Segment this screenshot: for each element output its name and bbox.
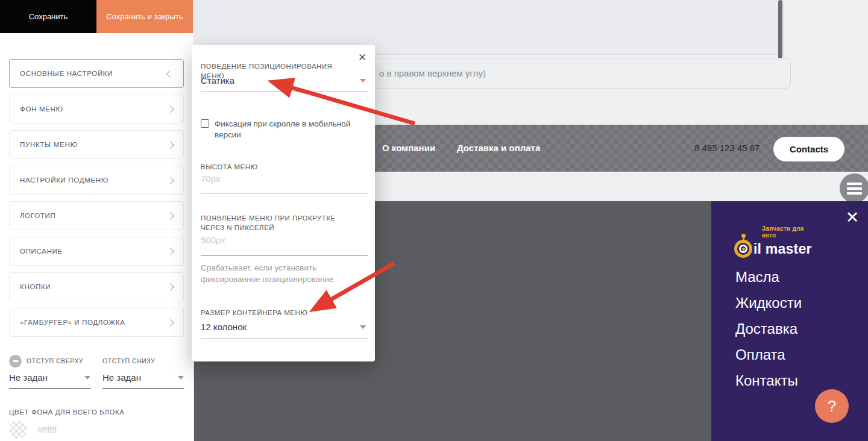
- mobile-menu-nav: Масла Жидкости Доставка Оплата Контакты: [735, 264, 802, 393]
- chevron-right-icon: [166, 105, 174, 113]
- menu-settings-popup: ✕ ПОВЕДЕНИЕ ПОЗИЦИОНИРОВАНИЯ МЕНЮ Статик…: [192, 45, 375, 361]
- offset-top-value: Не задан: [9, 372, 48, 383]
- menu-height-input[interactable]: [201, 174, 368, 184]
- sidebar-item-buttons[interactable]: КНОПКИ: [9, 272, 184, 301]
- sidebar-item-label: КНОПКИ: [20, 283, 51, 290]
- mobile-menu-item-contacts[interactable]: Контакты: [735, 367, 802, 393]
- block-bg-color-field: ЦВЕТ ФОНА ДЛЯ ВСЕГО БЛОКА: [9, 408, 184, 439]
- caret-down-icon: [360, 79, 366, 83]
- chevron-left-icon: [166, 70, 174, 78]
- scrollbar-thumb[interactable]: [778, 0, 782, 63]
- scroll-reveal-input[interactable]: [201, 235, 368, 245]
- settings-section-list: ОСНОВНЫЕ НАСТРОЙКИ ФОН МЕНЮ ПУНКТЫ МЕНЮ …: [9, 59, 184, 343]
- scroll-reveal-label: ПОЯВЛЕНИЕ МЕНЮ ПРИ ПРОКРУТКЕ ЧЕРЕЗ N ПИК…: [201, 213, 357, 233]
- offset-top-select[interactable]: Не задан: [9, 372, 90, 389]
- sidebar-item-label: ОСНОВНЫЕ НАСТРОЙКИ: [20, 70, 113, 77]
- preview-phone-number: 8 495 123 45 67: [694, 125, 760, 172]
- checkbox-box[interactable]: [201, 119, 209, 128]
- chevron-right-icon: [166, 141, 174, 149]
- underline: [201, 92, 368, 92]
- position-behavior-select[interactable]: Статика: [201, 75, 366, 86]
- sidebar-item-hamburger-underlay[interactable]: «ГАМБУРГЕР» И ПОДЛОЖКА: [9, 308, 184, 337]
- block-bg-color-label: ЦВЕТ ФОНА ДЛЯ ВСЕГО БЛОКА: [9, 408, 184, 416]
- sidebar-item-label: ФОН МЕНЮ: [20, 105, 63, 113]
- sidebar-item-label: ЛОГОТИП: [20, 212, 55, 219]
- chevron-right-icon: [166, 283, 174, 291]
- sidebar-item-main-settings[interactable]: ОСНОВНЫЕ НАСТРОЙКИ: [9, 59, 184, 88]
- sidebar-item-submenu-settings[interactable]: НАСТРОЙКИ ПОДМЕНЮ: [9, 166, 184, 195]
- logo-text: il master: [753, 241, 812, 257]
- underline: [201, 255, 368, 256]
- mobile-menu-close-icon[interactable]: ✕: [843, 208, 861, 227]
- mobile-menu-item-fluids[interactable]: Жидкости: [735, 290, 802, 316]
- help-button[interactable]: ?: [815, 389, 849, 423]
- bg-color-input[interactable]: [36, 424, 111, 436]
- logo: Запчасти для авто il master: [734, 225, 819, 258]
- preview-note-text: о в правом верхнем углу): [379, 58, 486, 88]
- save-and-close-button[interactable]: Сохранить и закрыть: [96, 0, 193, 33]
- oil-drop-icon: [734, 240, 752, 258]
- preview-menu-link-delivery[interactable]: Доставка и оплата: [457, 125, 540, 172]
- preview-menu-link-about[interactable]: О компании: [382, 125, 435, 172]
- popup-close-icon[interactable]: ✕: [356, 51, 369, 64]
- container-size-value: 12 колонок: [201, 322, 247, 332]
- mobile-menu-item-payment[interactable]: Оплата: [735, 342, 802, 367]
- sidebar-item-menu-points[interactable]: ПУНКТЫ МЕНЮ: [9, 130, 184, 159]
- underline: [201, 193, 368, 193]
- chevron-right-icon: [166, 177, 174, 184]
- transparent-color-swatch[interactable]: [9, 421, 27, 439]
- caret-down-icon: [360, 325, 366, 329]
- sidebar-item-label: ОПИСАНИЕ: [20, 248, 63, 255]
- chevron-right-icon: [166, 212, 174, 220]
- scroll-reveal-hint: Срабатывает, если установить фиксированн…: [201, 262, 363, 285]
- sidebar-item-label: НАСТРОЙКИ ПОДМЕНЮ: [20, 177, 108, 184]
- offset-bottom-value: Не задан: [102, 372, 141, 383]
- caret-down-icon: [84, 376, 90, 380]
- sidebar-item-menu-background[interactable]: ФОН МЕНЮ: [9, 95, 184, 124]
- chevron-right-icon: [166, 319, 174, 327]
- offset-bottom-select[interactable]: Не задан: [102, 372, 184, 389]
- link-offsets-icon[interactable]: [9, 355, 22, 367]
- menu-height-label: ВЫСОТА МЕНЮ: [201, 162, 357, 172]
- chevron-right-icon: [166, 248, 174, 255]
- offset-top-label: ОТСТУП СВЕРХУ: [27, 357, 83, 364]
- sidebar-item-description[interactable]: ОПИСАНИЕ: [9, 237, 184, 266]
- position-behavior-value: Статика: [201, 75, 234, 86]
- sidebar-item-label: ПУНКТЫ МЕНЮ: [20, 141, 78, 148]
- save-button[interactable]: Сохранить: [0, 0, 96, 33]
- settings-sidebar: Сохранить Сохранить и закрыть ОСНОВНЫЕ Н…: [0, 0, 193, 441]
- mobile-menu-item-delivery[interactable]: Доставка: [735, 316, 802, 342]
- contacts-button[interactable]: Contacts: [773, 137, 844, 161]
- mobile-menu-item-oils[interactable]: Масла: [735, 264, 802, 290]
- hamburger-icon[interactable]: [840, 174, 868, 203]
- logo-tagline: Запчасти для авто: [762, 225, 819, 239]
- container-size-label: РАЗМЕР КОНТЕЙНЕРА МЕНЮ: [201, 308, 357, 317]
- fix-on-scroll-checkbox[interactable]: Фиксация при скролле в мобильной версии: [201, 119, 359, 140]
- offset-bottom-label: ОТСТУП СНИЗУ: [102, 357, 155, 364]
- caret-down-icon: [178, 376, 184, 380]
- offsets-row: ОТСТУП СВЕРХУ Не задан ОТСТУП СНИЗУ Не з…: [9, 354, 184, 389]
- sidebar-item-label: «ГАМБУРГЕР» И ПОДЛОЖКА: [20, 319, 125, 326]
- underline: [201, 339, 368, 339]
- sidebar-item-logo[interactable]: ЛОГОТИП: [9, 201, 184, 230]
- checkbox-label: Фиксация при скролле в мобильной версии: [215, 119, 359, 140]
- toolbar: Сохранить Сохранить и закрыть: [0, 0, 193, 33]
- container-size-select[interactable]: 12 колонок: [201, 322, 366, 332]
